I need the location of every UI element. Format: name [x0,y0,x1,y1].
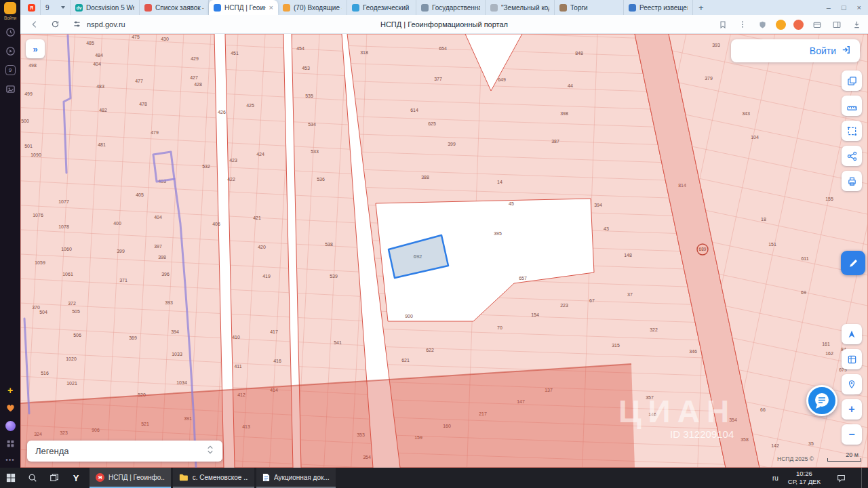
svg-text:538: 538 [325,242,333,247]
alice-assistant-icon[interactable] [5,421,16,431]
browser-tab[interactable]: Геодезический кал... [347,0,416,15]
download-icon[interactable] [850,18,863,30]
layers-button[interactable] [842,70,862,91]
svg-text:533: 533 [311,149,319,154]
svg-text:483: 483 [96,84,104,89]
svg-text:477: 477 [135,79,143,83]
svg-text:501: 501 [24,144,33,148]
taskbar-app[interactable]: с. Семеновское ... [173,468,254,488]
zoom-out-button[interactable]: − [842,424,862,445]
share-button[interactable] [842,146,862,166]
svg-text:397: 397 [154,244,162,249]
more-options-icon[interactable]: ••• [5,456,15,464]
tab-title: (70) Входящие - По... [294,4,342,12]
tab-title: НСПД | Геоинфор... [224,4,266,12]
profile-avatar[interactable] [4,2,16,14]
locate-icon [847,329,856,339]
taskbar-app[interactable]: ЯНСПД | Геоинфо... [90,468,171,488]
draw-tool-button[interactable] [841,251,865,275]
tab-close-icon[interactable]: × [269,4,273,12]
yandex-browser-taskbar-icon[interactable]: Y [65,468,87,488]
svg-text:343: 343 [742,111,750,116]
kebab-menu-icon[interactable] [736,18,749,30]
legend-toggle[interactable]: Легенда [27,441,222,462]
side-panel-icon[interactable] [831,18,843,30]
svg-text:900: 900 [405,314,413,319]
tab-counter-badge[interactable]: 9 [4,64,16,76]
ruler-button[interactable] [842,96,862,116]
reload-icon[interactable] [49,18,61,30]
favorites-heart-icon[interactable] [4,402,16,414]
tab-strip: Я9dvDocsvision 5 Web-к...Список заявок —… [20,0,868,15]
taskbar-app[interactable]: Аукционная док... [256,468,336,488]
close-button[interactable]: × [857,3,861,12]
add-panel-icon[interactable]: + [7,385,13,396]
svg-text:1078: 1078 [58,224,69,229]
select-area-button[interactable] [842,121,862,141]
svg-text:43: 43 [604,226,609,231]
browser-tab[interactable]: Торги [555,0,624,15]
svg-text:400: 400 [113,221,121,226]
browser-tab[interactable]: Реестр извещений [624,0,693,15]
minimize-button[interactable]: – [827,3,831,12]
map-canvas[interactable]: 4854754304984844044294274284834774994824… [20,34,868,468]
screenshot-icon[interactable] [4,83,16,95]
new-tab-button[interactable]: + [693,0,709,15]
chat-button[interactable] [806,385,837,416]
svg-text:393: 393 [712,43,720,47]
svg-text:429: 429 [191,56,199,61]
share-icon [847,151,857,161]
browser-tab[interactable]: НСПД | Геоинфор...× [209,0,278,15]
panel-toggle-button[interactable]: » [26,39,45,58]
tab-favicon [490,4,498,12]
extension-avatar-icon[interactable] [776,20,786,30]
browser-tab[interactable]: Список заявок — Те... [140,0,209,15]
svg-text:479: 479 [151,130,159,135]
svg-text:428: 428 [194,82,202,87]
language-indicator[interactable]: ru [772,474,778,482]
svg-text:379: 379 [705,76,713,81]
apps-grid-icon[interactable] [4,437,16,449]
svg-text:148: 148 [624,253,632,258]
svg-text:161: 161 [822,342,830,346]
login-button[interactable]: Войти [731,39,860,62]
svg-text:370: 370 [32,305,40,310]
tab-favicon [421,4,429,12]
svg-text:426: 426 [218,110,226,115]
svg-text:406: 406 [212,222,220,226]
browser-tab[interactable]: "Земельный кодекс... [486,0,555,15]
locate-button[interactable] [842,324,862,344]
browser-sidebar: Войти 9 + ••• [0,0,20,468]
browser-tab[interactable]: dvDocsvision 5 Web-к... [71,0,140,15]
maximize-button[interactable]: □ [842,3,846,12]
svg-text:398: 398 [560,111,568,116]
history-icon[interactable] [4,26,16,38]
extension-avatar2-icon[interactable] [793,20,804,30]
svg-text:453: 453 [302,66,310,70]
browser-tab[interactable]: (70) Входящие - По... [278,0,347,15]
action-center-icon[interactable] [830,474,852,483]
browser-tab[interactable]: Государственная и... [416,0,486,15]
zoom-in-button[interactable]: + [842,399,862,420]
pin-button[interactable] [842,374,862,394]
task-view-button[interactable] [43,468,65,488]
cards-icon[interactable] [811,18,823,30]
taskbar-clock[interactable]: 10:26 СР, 17 ДЕК [788,470,821,486]
start-button[interactable] [0,468,22,488]
media-play-icon[interactable] [4,45,16,57]
svg-text:499: 499 [24,92,33,96]
taskbar-search-button[interactable] [22,468,43,488]
basemap-button[interactable] [842,349,862,369]
browser-tab[interactable]: Я [23,0,41,15]
protect-shield-icon[interactable] [756,18,768,30]
tab-title: Список заявок — Те... [155,4,203,12]
site-settings-icon[interactable] [71,18,83,30]
back-icon[interactable] [28,18,41,30]
svg-text:142: 142 [771,443,779,448]
url-box[interactable]: nspd.gov.ru [71,18,125,30]
bookmark-icon[interactable] [717,18,729,30]
svg-text:419: 419 [262,274,271,279]
show-desktop-button[interactable] [861,468,864,488]
print-button[interactable] [842,171,862,191]
browser-tab[interactable]: 9 [41,0,71,15]
